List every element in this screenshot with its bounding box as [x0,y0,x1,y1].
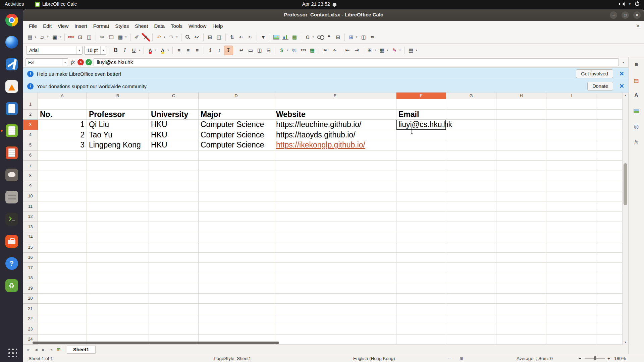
cell-D4[interactable]: Computer Science [199,130,274,140]
cell-I4[interactable] [546,130,596,140]
cell-H5[interactable] [496,140,546,150]
split-window-icon[interactable]: ◫ [359,33,368,42]
font-name-dropdown[interactable]: ▾ [76,46,82,54]
cell-H19[interactable] [496,283,546,294]
vertical-scroll-thumb[interactable] [624,163,627,205]
show-draw-functions-icon[interactable]: ✏ [368,33,377,42]
cell-D8[interactable] [199,171,274,181]
cell-C8[interactable] [149,171,199,181]
spelling-icon[interactable]: A✓ [193,33,201,42]
cell-I13[interactable] [546,222,596,232]
cell-I24[interactable] [546,335,596,345]
cell-A4[interactable]: 2 [38,130,87,140]
cell-F8[interactable] [396,171,446,181]
row-header-7[interactable]: 7 [23,161,38,171]
software-launcher[interactable] [3,233,20,249]
cell-G6[interactable] [446,150,496,161]
cell-E20[interactable] [274,294,396,304]
font-color-icon[interactable]: A [149,48,152,53]
column-header-E[interactable]: E [274,93,396,99]
cell-G24[interactable] [446,335,496,345]
cell-C15[interactable] [149,242,199,253]
font-size-dropdown[interactable]: ▾ [100,46,106,54]
sidebar-functions-icon[interactable]: fx [632,137,641,146]
cell-B3[interactable]: Qi Liu [87,120,149,130]
cell-D14[interactable] [199,232,274,243]
cell-E7[interactable] [274,161,396,171]
cell-E19[interactable] [274,283,396,294]
cell-D20[interactable] [199,294,274,304]
cell-A13[interactable] [38,222,87,232]
cell-I2[interactable] [546,110,596,120]
print-preview-icon[interactable]: ◫ [85,33,94,42]
cell-C18[interactable] [149,273,199,284]
cell-I18[interactable] [546,273,596,284]
cell-C16[interactable] [149,253,199,263]
titlebar[interactable]: Professor_Contact.xlsx - LibreOffice Cal… [23,9,644,21]
row-header-21[interactable]: 21 [23,304,38,314]
menu-insert[interactable]: Insert [71,22,90,30]
chrome-launcher[interactable] [3,12,20,28]
cell-C22[interactable] [149,314,199,324]
insert-pivot-table-icon[interactable]: ▦ [290,33,299,42]
clear-formatting-icon[interactable]: A [142,33,150,42]
cell-D5[interactable]: Computer Science [199,140,274,150]
show-applications-button[interactable] [3,344,20,360]
cell-C11[interactable] [149,201,199,212]
formula-input[interactable]: liuyi@cs.hku.hk [94,58,619,66]
cell-B14[interactable] [87,232,149,243]
cell-E22[interactable] [274,314,396,324]
gimp-launcher[interactable] [3,167,20,183]
cell-I5[interactable] [546,140,596,150]
first-sheet-icon[interactable]: ⇤ [25,348,32,352]
cell-B10[interactable] [87,191,149,202]
cell-A15[interactable] [38,242,87,253]
expand-formula-bar-icon[interactable]: ▾ [620,61,626,64]
cell-F6[interactable] [396,150,446,161]
cell-A9[interactable] [38,181,87,191]
vlc-launcher[interactable] [3,78,20,95]
row-header-1[interactable]: 1 [23,99,38,110]
cell-D9[interactable] [199,181,274,191]
zoom-slider-thumb[interactable] [594,356,596,360]
cell-F9[interactable] [396,181,446,191]
cell-H8[interactable] [496,171,546,181]
sidebar-settings-icon[interactable]: ≡ [632,60,641,69]
cell-H20[interactable] [496,294,546,304]
cell-H23[interactable] [496,324,546,335]
cell-F12[interactable] [396,212,446,222]
cell-G23[interactable] [446,324,496,335]
column-header-H[interactable]: H [496,93,546,99]
page-style-label[interactable]: PageStyle_Sheet1 [214,354,251,362]
cell-H10[interactable] [496,191,546,202]
cell-H22[interactable] [496,314,546,324]
cell-B18[interactable] [87,273,149,284]
cell-C14[interactable] [149,232,199,243]
cell-C17[interactable] [149,263,199,273]
sidebar-properties-icon[interactable]: ▤ [632,76,641,84]
zoom-out-icon[interactable]: − [579,354,581,362]
cell-B1[interactable] [87,99,149,110]
row-header-13[interactable]: 13 [23,222,38,232]
cell-F10[interactable] [396,191,446,202]
cell-D11[interactable] [199,201,274,212]
cell-D21[interactable] [199,304,274,314]
center-vertically-icon[interactable]: ↕ [215,46,224,55]
name-box-dropdown[interactable]: ▾ [62,59,68,66]
cancel-icon[interactable]: ✗ [77,59,84,65]
cell-E10[interactable] [274,191,396,202]
row-header-17[interactable]: 17 [23,263,38,273]
cell-G9[interactable] [446,181,496,191]
cell-F18[interactable] [396,273,446,284]
accept-icon[interactable]: ✓ [86,59,92,65]
cell-F21[interactable] [396,304,446,314]
decrease-indent-icon[interactable]: ⇤ [343,46,352,55]
impress-launcher[interactable] [3,144,20,161]
cell-G14[interactable] [446,232,496,243]
delete-decimal-icon[interactable]: .0- [330,46,339,55]
cell-C2[interactable]: University [149,110,199,120]
border-style-icon[interactable]: ▦ [378,46,386,55]
row-header-15[interactable]: 15 [23,242,38,253]
menu-sheet[interactable]: Sheet [132,22,151,30]
cell-I19[interactable] [546,283,596,294]
